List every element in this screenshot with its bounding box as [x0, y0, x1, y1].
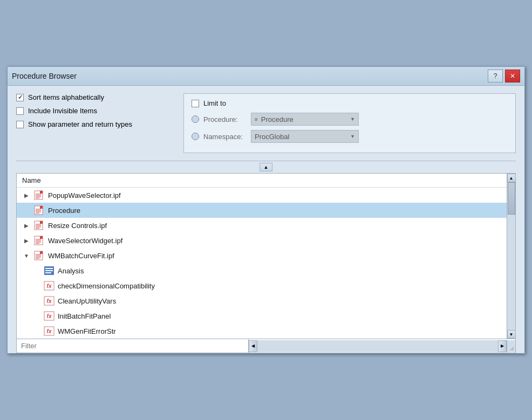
item-label: WMBatchCurveFit.ipf	[48, 252, 114, 260]
content-area: Sort items alphabetically Include Invisi…	[8, 86, 524, 353]
list-item[interactable]: fx CleanUpUtilityVars	[17, 293, 507, 308]
namespace-dropdown-value: ProcGlobal	[255, 133, 347, 141]
list-item[interactable]: ▶ PopupWaveSelector.ipf	[17, 188, 507, 203]
expand-icon[interactable]: ▶	[22, 191, 31, 199]
ipf-file-icon	[34, 190, 45, 200]
sort-alphabetically-option[interactable]: Sort items alphabetically	[16, 93, 167, 101]
limit-to-panel: Limit to Procedure: ≡ Procedure ▼ Namesp…	[183, 93, 516, 153]
list-panel: Name ▶	[16, 173, 516, 353]
limit-to-checkbox[interactable]	[192, 100, 199, 107]
fx-icon: fx	[44, 326, 54, 336]
item-label: Resize Controls.ipf	[48, 222, 107, 230]
include-invisible-option[interactable]: Include Invisible Items	[16, 107, 167, 115]
list-item[interactable]: ▼ WMBatchCurveFit.ipf	[17, 248, 507, 263]
scroll-track	[507, 182, 515, 330]
scroll-left-button[interactable]: ◀	[249, 340, 257, 352]
list-scrollbar-wrapper: Name ▶	[17, 174, 515, 339]
svg-text:fx: fx	[47, 313, 52, 319]
list-scrollable: Name ▶	[17, 174, 507, 339]
list-header: Name	[17, 174, 507, 188]
sort-alphabetically-checkbox[interactable]	[16, 94, 24, 101]
show-param-return-checkbox[interactable]	[16, 121, 24, 128]
list-item[interactable]: fx WMGenFitErrorStr	[17, 323, 507, 339]
options-row: Sort items alphabetically Include Invisi…	[16, 93, 516, 153]
namespace-radio-label: Namespace:	[203, 133, 247, 141]
procedure-browser-window: Procedure Browser ? ✕ Sort items alphabe…	[7, 66, 525, 354]
svg-marker-1	[40, 191, 43, 194]
svg-text:fx: fx	[47, 328, 52, 334]
limit-to-row: Limit to	[192, 99, 508, 107]
ipf-file-icon	[34, 236, 45, 245]
list-item[interactable]: fx checkDimensionalCompatibility	[17, 278, 507, 293]
namespace-radio[interactable]	[192, 133, 199, 140]
ipf-file-icon	[34, 251, 45, 260]
help-button[interactable]: ?	[488, 70, 503, 82]
collapse-icon[interactable]: ▼	[22, 251, 31, 260]
list-item[interactable]: fx InitBatchFitPanel	[17, 308, 507, 323]
show-param-return-label: Show parameter and return types	[28, 120, 132, 128]
scroll-up-button[interactable]: ▲	[507, 174, 516, 182]
item-label: Procedure	[48, 206, 80, 215]
svg-marker-7	[40, 206, 43, 209]
collapse-bar: ▲	[16, 161, 516, 173]
namespace-dropdown[interactable]: ProcGlobal ▼	[251, 130, 359, 143]
namespace-radio-row: Namespace: ProcGlobal ▼	[192, 130, 508, 143]
procedure-dropdown-value: Procedure	[261, 115, 347, 123]
item-label: WaveSelectorWidget.ipf	[48, 237, 122, 245]
collapse-button[interactable]: ▲	[260, 163, 272, 171]
item-label: CleanUpUtilityVars	[58, 297, 116, 305]
svg-text:fx: fx	[47, 283, 52, 289]
item-label: Analysis	[58, 267, 84, 275]
list-item[interactable]: ▶ WaveSelectorWidget.ipf	[17, 233, 507, 248]
item-label: PopupWaveSelector.ipf	[48, 191, 121, 199]
list-item[interactable]: Analysis	[17, 263, 507, 278]
show-param-return-option[interactable]: Show parameter and return types	[16, 120, 167, 128]
procedure-radio-row: Procedure: ≡ Procedure ▼	[192, 113, 508, 126]
fx-icon: fx	[44, 296, 54, 306]
item-label: InitBatchFitPanel	[58, 312, 111, 320]
svg-line-42	[510, 347, 514, 350]
list-item[interactable]: ▶ Procedure	[17, 203, 507, 218]
svg-marker-13	[40, 221, 43, 224]
vertical-scrollbar: ▲ ▼	[507, 174, 515, 339]
horizontal-scroll-track	[257, 342, 498, 350]
svg-marker-25	[40, 251, 43, 254]
include-invisible-label: Include Invisible Items	[28, 107, 97, 115]
scroll-thumb[interactable]	[508, 182, 515, 215]
procedure-dropdown-arrow: ▼	[350, 116, 355, 122]
fx-icon: fx	[44, 311, 54, 321]
analysis-icon	[44, 266, 54, 276]
expand-icon[interactable]: ▶	[22, 221, 31, 230]
item-label: WMGenFitErrorStr	[58, 327, 116, 335]
include-invisible-checkbox[interactable]	[16, 107, 24, 115]
svg-line-43	[512, 349, 514, 350]
left-options: Sort items alphabetically Include Invisi…	[16, 93, 167, 128]
resize-corner	[507, 340, 515, 352]
fx-icon: fx	[44, 281, 54, 291]
procedure-icon	[34, 205, 45, 215]
sort-alphabetically-label: Sort items alphabetically	[28, 93, 104, 101]
procedure-dropdown-icon: ≡	[255, 116, 258, 122]
window-title: Procedure Browser	[12, 72, 77, 80]
procedure-radio[interactable]	[192, 115, 199, 123]
ipf-file-icon	[34, 221, 45, 230]
close-button[interactable]: ✕	[505, 70, 520, 82]
title-bar-buttons: ? ✕	[488, 70, 520, 82]
procedure-dropdown[interactable]: ≡ Procedure ▼	[251, 113, 359, 126]
scroll-right-button[interactable]: ▶	[498, 340, 507, 352]
limit-to-label: Limit to	[203, 99, 226, 107]
scroll-down-button[interactable]: ▼	[507, 330, 516, 339]
list-item[interactable]: ▶ Resize Controls.ipf	[17, 218, 507, 233]
filter-input[interactable]	[17, 339, 249, 353]
expand-icon[interactable]: ▶	[22, 236, 31, 245]
namespace-dropdown-arrow: ▼	[350, 134, 355, 139]
svg-text:fx: fx	[47, 298, 52, 304]
item-label: checkDimensionalCompatibility	[58, 282, 155, 290]
procedure-radio-label: Procedure:	[203, 115, 247, 123]
bottom-area: ◀ ▶	[17, 339, 515, 353]
title-bar: Procedure Browser ? ✕	[8, 67, 524, 86]
svg-marker-19	[40, 236, 43, 239]
horizontal-scroll-area: ◀ ▶	[249, 340, 507, 352]
